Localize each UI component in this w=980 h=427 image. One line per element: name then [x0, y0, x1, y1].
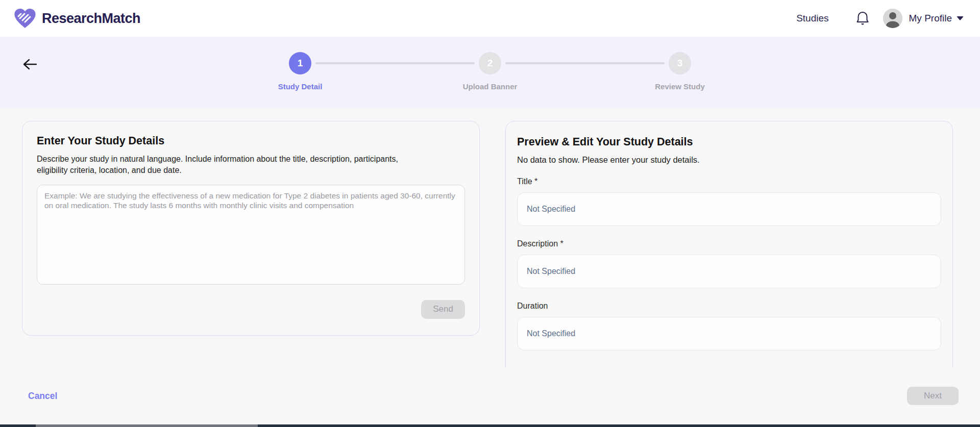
main-content: Enter Your Study Details Describe your s… [0, 108, 980, 367]
app-window: ResearchMatch Studies My Profile [0, 0, 980, 427]
horizontal-scrollbar-thumb[interactable] [36, 424, 258, 427]
notifications-bell-icon[interactable] [855, 11, 870, 26]
header-actions: Studies My Profile [796, 9, 964, 28]
step-3-circle: 3 [669, 52, 691, 74]
title-field-label: Title * [517, 177, 941, 186]
left-card-title: Enter Your Study Details [37, 135, 465, 147]
study-preview-card: Preview & Edit Your Study Details No dat… [505, 121, 953, 367]
title-field[interactable]: Not Specified [517, 192, 941, 226]
caret-down-icon[interactable] [957, 16, 964, 20]
duration-field[interactable]: Not Specified [517, 317, 941, 350]
description-field-label: Description * [517, 239, 941, 248]
wizard-footer: Cancel Next [0, 367, 980, 424]
study-description-textarea[interactable] [37, 185, 465, 285]
my-profile-menu[interactable]: My Profile [909, 13, 952, 24]
step-connector-line [505, 62, 665, 64]
step-1-label: Study Detail [278, 82, 323, 91]
step-connector-line [315, 62, 475, 64]
step-3-label: Review Study [655, 82, 705, 91]
left-card-description: Describe your study in natural language.… [37, 154, 430, 177]
horizontal-scrollbar-track[interactable] [0, 424, 980, 427]
back-arrow-button[interactable] [18, 53, 41, 76]
top-nav-bar: ResearchMatch Studies My Profile [0, 0, 980, 37]
progress-stepper: 1 Study Detail 2 Upload Banner 3 Review … [0, 37, 980, 91]
heart-handshake-logo-icon [13, 8, 37, 29]
step-study-detail[interactable]: 1 Study Detail [270, 52, 331, 91]
profile-avatar[interactable] [883, 9, 902, 28]
study-details-entry-card: Enter Your Study Details Describe your s… [22, 121, 480, 336]
nav-studies-link[interactable]: Studies [796, 13, 828, 24]
send-row: Send [37, 300, 465, 319]
stepper-section: 1 Study Detail 2 Upload Banner 3 Review … [0, 37, 980, 108]
description-field[interactable]: Not Specified [517, 255, 941, 288]
brand-name: ResearchMatch [42, 11, 140, 27]
step-review-study[interactable]: 3 Review Study [649, 52, 710, 91]
brand-logo-link[interactable]: ResearchMatch [13, 8, 140, 29]
cancel-button[interactable]: Cancel [28, 391, 57, 401]
next-button[interactable]: Next [907, 387, 959, 405]
step-1-circle: 1 [289, 52, 311, 74]
step-2-circle: 2 [479, 52, 501, 74]
duration-field-label: Duration [517, 302, 941, 311]
step-2-label: Upload Banner [463, 82, 518, 91]
send-button[interactable]: Send [421, 300, 465, 319]
right-card-title: Preview & Edit Your Study Details [517, 136, 941, 148]
step-upload-banner[interactable]: 2 Upload Banner [459, 52, 521, 91]
no-data-message: No data to show. Please enter your study… [517, 155, 941, 165]
